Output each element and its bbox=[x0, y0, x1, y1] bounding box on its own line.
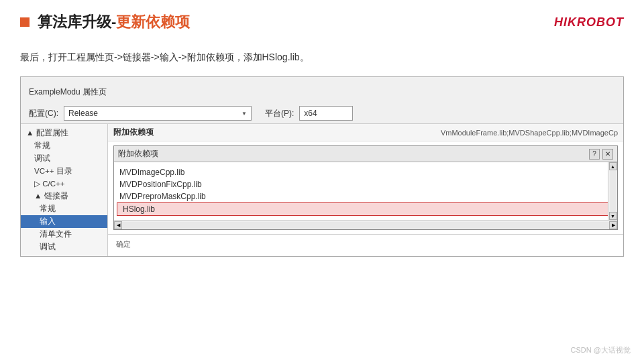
tree-item[interactable]: 调试 bbox=[21, 241, 107, 253]
close-button[interactable]: ✕ bbox=[602, 149, 613, 160]
scroll-down-button[interactable]: ▼ bbox=[609, 212, 617, 220]
platform-value: x64 bbox=[304, 109, 317, 118]
logo: HIKROBOT bbox=[554, 15, 624, 29]
vertical-scrollbar[interactable]: ▲ ▼ bbox=[608, 162, 617, 220]
hscroll-left-button[interactable]: ◀ bbox=[114, 221, 122, 229]
sub-dialog-titlebar: 附加依赖项 ? ✕ bbox=[114, 146, 617, 162]
dropdown-arrow-icon: ▼ bbox=[241, 111, 247, 117]
lib-item[interactable]: MVDPositionFixCpp.lib bbox=[114, 178, 617, 190]
platform-dropdown[interactable]: x64 bbox=[299, 106, 353, 121]
tree-item[interactable]: 常规 bbox=[21, 202, 107, 215]
property-tree: ▲ 配置属性常规调试VC++ 目录▷ C/C++▲ 链接器常规输入清单文件调试 bbox=[21, 124, 108, 256]
horizontal-scrollbar[interactable]: ◀ ▶ bbox=[114, 220, 617, 229]
page-header: 算法库升级- 更新依赖项 HIKROBOT bbox=[0, 0, 644, 39]
hscroll-track[interactable] bbox=[122, 222, 609, 229]
title-sub: 更新依赖项 bbox=[116, 12, 190, 32]
config-value: Release bbox=[68, 109, 241, 118]
header-icon bbox=[20, 17, 30, 27]
tree-item[interactable]: 调试 bbox=[21, 152, 107, 165]
config-row: 配置(C): Release ▼ 平台(P): x64 bbox=[21, 103, 623, 123]
lib-item[interactable]: HSlog.lib bbox=[117, 202, 614, 216]
tree-item[interactable]: ▲ 链接器 bbox=[21, 190, 107, 202]
panel-header: 附加依赖项 VmModuleFrame.lib;MVDShapeCpp.lib;… bbox=[108, 124, 623, 141]
config-dropdown[interactable]: Release ▼ bbox=[64, 106, 252, 121]
help-button[interactable]: ? bbox=[589, 149, 600, 160]
sub-dialog-title: 附加依赖项 bbox=[118, 148, 589, 160]
tree-item[interactable]: 输入 bbox=[21, 215, 107, 228]
config-label: 配置(C): bbox=[29, 108, 58, 119]
scroll-up-button[interactable]: ▲ bbox=[609, 162, 617, 170]
bottom-area: 确定 bbox=[108, 234, 623, 254]
title-main: 算法库升级- bbox=[38, 12, 116, 32]
property-dialog: ExampleModu 属性页 配置(C): Release ▼ 平台(P): … bbox=[20, 76, 624, 257]
lib-item[interactable]: MVDPreproMaskCpp.lib bbox=[114, 190, 617, 202]
tree-item[interactable]: ▷ C/C++ bbox=[21, 178, 107, 190]
lib-item[interactable]: MVDImageCpp.lib bbox=[114, 166, 617, 178]
watermark: CSDN @大话视觉 bbox=[571, 345, 631, 355]
sub-dialog-controls: ? ✕ bbox=[589, 149, 613, 160]
panel-header-title: 附加依赖项 bbox=[113, 127, 282, 138]
description-text: 最后，打开工程属性页->链接器->输入->附加依赖项，添加HSlog.lib。 bbox=[0, 39, 644, 71]
scroll-track[interactable] bbox=[610, 170, 616, 212]
main-panel: ▲ 配置属性常规调试VC++ 目录▷ C/C++▲ 链接器常规输入清单文件调试 … bbox=[21, 123, 623, 256]
bottom-label: 确定 bbox=[116, 239, 131, 249]
sub-dialog-body: MVDImageCpp.libMVDPositionFixCpp.libMVDP… bbox=[114, 162, 617, 220]
hscroll-right-button[interactable]: ▶ bbox=[609, 221, 617, 229]
right-panel: 附加依赖项 VmModuleFrame.lib;MVDShapeCpp.lib;… bbox=[108, 124, 623, 256]
tree-item[interactable]: ▲ 配置属性 bbox=[21, 127, 107, 139]
dialog-title: ExampleModu 属性页 bbox=[21, 84, 623, 103]
platform-label: 平台(P): bbox=[265, 108, 294, 119]
panel-header-value: VmModuleFrame.lib;MVDShapeCpp.lib;MVDIma… bbox=[282, 129, 618, 137]
sub-dialog: 附加依赖项 ? ✕ MVDImageCpp.libMVDPositionFixC… bbox=[113, 145, 618, 230]
tree-item[interactable]: VC++ 目录 bbox=[21, 165, 107, 178]
lib-list: MVDImageCpp.libMVDPositionFixCpp.libMVDP… bbox=[114, 165, 617, 217]
tree-item[interactable]: 常规 bbox=[21, 139, 107, 152]
tree-item[interactable]: 清单文件 bbox=[21, 228, 107, 241]
